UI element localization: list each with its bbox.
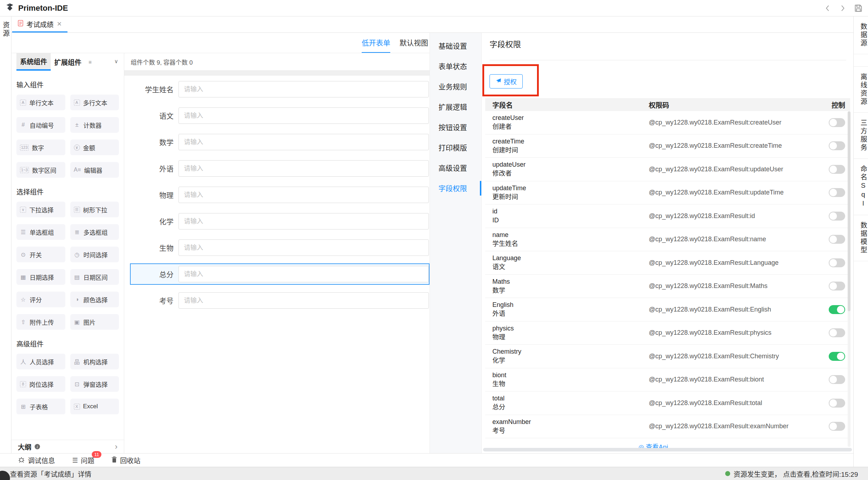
field-permission-toggle[interactable] <box>829 305 845 314</box>
palette-component[interactable]: 8 岗位选择 <box>16 376 65 392</box>
field-permission-toggle[interactable] <box>829 328 845 337</box>
field-input[interactable] <box>179 239 429 256</box>
form-field-row[interactable]: 化学 <box>130 211 430 232</box>
tab-default-view[interactable]: 默认视图 <box>400 33 428 53</box>
field-input[interactable] <box>179 134 429 150</box>
settings-menu-item[interactable]: 字段权限 <box>430 178 481 198</box>
field-permission-toggle[interactable] <box>829 141 845 150</box>
tab-system-components[interactable]: 系统组件 <box>16 53 51 71</box>
settings-menu-item[interactable]: 基础设置 <box>430 36 481 56</box>
resource-changed-notice[interactable]: 资源发生变更， 点击查看,检查时间:15:29 <box>725 469 858 479</box>
problems-button[interactable]: ☰ 问题 11 <box>72 455 94 465</box>
field-cn-name: 数学 <box>492 286 649 295</box>
palette-component[interactable]: ¥ 金额 <box>70 140 119 155</box>
palette-component[interactable]: 123 数字 <box>16 140 65 155</box>
form-field-row[interactable]: 语文 <box>130 105 430 126</box>
palette-component[interactable]: 人 人员选择 <box>16 354 65 369</box>
palette-component[interactable]: ☆ 评分 <box>16 292 65 307</box>
form-field-row[interactable]: 外语 <box>130 158 430 179</box>
palette-component[interactable]: 品 机构选择 <box>70 354 119 369</box>
table-row: physics 物理 @cp_wy1228.wy0218.ExamResult:… <box>485 322 850 345</box>
palette-component[interactable]: X Excel <box>70 399 119 414</box>
field-input[interactable] <box>179 107 429 124</box>
history-forward-icon[interactable] <box>839 4 847 12</box>
palette-component[interactable]: ⊙ 开关 <box>16 247 65 262</box>
recycle-bin-button[interactable]: 回收站 <box>111 455 140 465</box>
tab-lowcode-form[interactable]: 低开表单 <box>362 33 390 53</box>
field-permission-toggle[interactable] <box>829 235 845 244</box>
field-permission-toggle[interactable] <box>829 258 845 267</box>
field-input[interactable] <box>179 292 429 309</box>
resource-strip-item[interactable]: 命名Sql <box>854 159 868 215</box>
field-permission-toggle[interactable] <box>829 352 845 361</box>
field-permission-toggle[interactable] <box>829 399 845 408</box>
palette-component[interactable]: ∨ 下拉选择 <box>16 202 65 217</box>
field-permission-toggle[interactable] <box>829 118 845 127</box>
resource-strip-item[interactable]: 资源 <box>1 21 10 38</box>
settings-menu-item[interactable]: 表单状态 <box>430 56 481 76</box>
field-cn-name: 化学 <box>492 356 649 365</box>
settings-menu-item[interactable]: 扩展逻辑 <box>430 97 481 117</box>
field-permission-toggle[interactable] <box>829 165 845 174</box>
palette-component[interactable]: ☰ 树形下拉 <box>70 202 119 217</box>
form-field-row[interactable]: 物理 <box>130 184 430 206</box>
form-field-row[interactable]: 学生姓名 <box>130 79 430 100</box>
field-permission-toggle[interactable] <box>829 212 845 221</box>
outline-row[interactable]: 大纲 i › <box>11 440 124 453</box>
form-field-row[interactable]: 生物 <box>130 237 430 258</box>
palette-component[interactable]: ⊞ 子表格 <box>16 399 65 414</box>
palette-component[interactable]: ± 计数器 <box>70 117 119 133</box>
palette-component[interactable]: A 单行文本 <box>16 95 65 110</box>
component-label: 单行文本 <box>29 98 54 107</box>
field-input[interactable] <box>179 160 429 177</box>
resource-strip-item[interactable]: 数据模型 <box>854 215 868 261</box>
component-label: 颜色选择 <box>84 295 108 304</box>
palette-component[interactable]: ☰ 单选框组 <box>16 224 65 240</box>
collapse-palette-icon[interactable]: ∨ <box>114 58 118 65</box>
palette-component[interactable]: # 自动编号 <box>16 117 65 133</box>
tab-extended-components[interactable]: 扩展组件 <box>51 53 85 71</box>
horizontal-scrollbar[interactable] <box>483 448 852 451</box>
palette-component[interactable]: ▤ 日期区间 <box>70 269 119 285</box>
palette-component[interactable]: ⊡ 弹窗选择 <box>70 376 119 392</box>
debug-info-button[interactable]: 调试信息 <box>18 455 55 465</box>
field-permission-toggle[interactable] <box>829 375 845 384</box>
field-input[interactable] <box>179 266 429 282</box>
form-field-row[interactable]: 考号 <box>130 290 430 311</box>
tab-exam-result[interactable]: 考试成绩 ✕ <box>12 16 67 32</box>
form-field-row[interactable]: 总分 <box>130 263 430 285</box>
settings-menu-item[interactable]: 打印模版 <box>430 137 481 158</box>
table-row: createTime 创建时间 @cp_wy1228.wy0218.ExamRe… <box>485 135 850 158</box>
field-input[interactable] <box>179 213 429 229</box>
palette-component[interactable]: 1~3 数字区间 <box>16 162 65 178</box>
palette-component[interactable]: ⇧ 附件上传 <box>16 314 65 330</box>
vertical-scrollbar[interactable] <box>848 111 851 447</box>
palette-component[interactable]: ▣ 图片 <box>70 314 119 330</box>
resource-strip-item[interactable]: 离线资源 <box>854 66 868 113</box>
resource-strip-item[interactable]: 三方服务 <box>854 113 868 159</box>
permission-code: @cp_wy1228.wy0218.ExamResult:createUser <box>649 119 820 126</box>
palette-component[interactable]: ◑ 颜色选择 <box>70 292 119 307</box>
history-back-icon[interactable] <box>824 4 832 12</box>
resource-strip-item[interactable]: 数据源 <box>854 16 868 54</box>
palette-component[interactable]: A 多行文本 <box>70 95 119 110</box>
palette-menu-icon[interactable]: ≡ <box>89 59 92 65</box>
field-permission-toggle[interactable] <box>829 188 845 197</box>
close-tab-icon[interactable]: ✕ <box>57 20 62 28</box>
field-input[interactable] <box>179 187 429 203</box>
chevron-right-icon[interactable]: › <box>115 442 117 451</box>
component-icon: ⊞ <box>20 403 26 410</box>
settings-menu-item[interactable]: 业务规则 <box>430 76 481 97</box>
form-field-row[interactable]: 数学 <box>130 131 430 153</box>
permission-code: @cp_wy1228.wy0218.ExamResult:physics <box>649 329 820 337</box>
field-permission-toggle[interactable] <box>829 422 845 431</box>
settings-menu-item[interactable]: 高级设置 <box>430 158 481 178</box>
palette-component[interactable]: ◷ 时间选择 <box>70 247 119 262</box>
palette-component[interactable]: ≣ 多选框组 <box>70 224 119 240</box>
settings-menu-item[interactable]: 按钮设置 <box>430 117 481 137</box>
field-input[interactable] <box>179 81 429 97</box>
save-icon[interactable] <box>854 4 863 13</box>
palette-component[interactable]: ▦ 日期选择 <box>16 269 65 285</box>
field-permission-toggle[interactable] <box>829 282 845 290</box>
palette-component[interactable]: A≡ 编辑器 <box>70 162 119 178</box>
